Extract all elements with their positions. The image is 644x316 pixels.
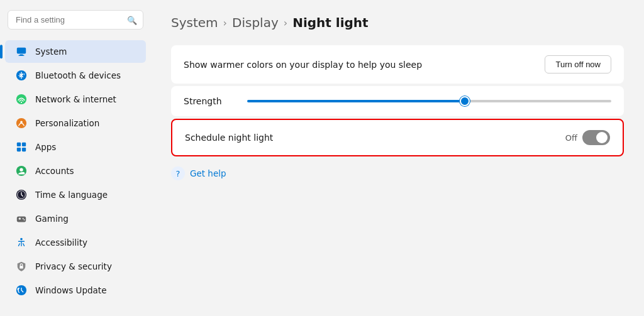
update-icon — [15, 284, 28, 297]
sidebar-label-system: System — [35, 46, 67, 57]
toggle-thumb — [596, 132, 608, 143]
svg-point-22 — [20, 238, 23, 241]
breadcrumb-sep-2: › — [284, 17, 287, 29]
svg-point-18 — [23, 218, 24, 219]
sidebar-label-personalization: Personalization — [35, 118, 99, 128]
get-help-label: Get help — [190, 168, 226, 178]
svg-point-8 — [20, 121, 23, 123]
breadcrumb: System › Display › Night light — [171, 15, 624, 30]
system-icon — [15, 45, 28, 58]
toggle-wrap: Off — [565, 130, 610, 145]
sidebar-item-update[interactable]: Windows Update — [5, 279, 146, 302]
search-icon: 🔍 — [127, 15, 137, 25]
sidebar-label-accessibility: Accessibility — [35, 237, 87, 248]
schedule-card: Schedule night light Off — [171, 119, 624, 156]
toggle-state-label: Off — [565, 133, 577, 143]
search-input[interactable] — [8, 10, 143, 30]
sidebar-item-time[interactable]: Time & language — [5, 183, 146, 206]
turn-off-button[interactable]: Turn off now — [545, 55, 611, 74]
gaming-icon — [15, 212, 28, 225]
sidebar-item-accounts[interactable]: Accounts — [5, 160, 146, 182]
breadcrumb-display[interactable]: Display — [232, 15, 279, 30]
svg-rect-0 — [17, 48, 26, 54]
svg-rect-10 — [22, 143, 26, 146]
sidebar-item-bluetooth[interactable]: +" Bluetooth & devices — [5, 64, 146, 87]
sidebar-item-gaming[interactable]: Gaming — [5, 207, 146, 230]
svg-rect-11 — [17, 148, 21, 151]
personalization-icon — [15, 117, 28, 129]
get-help-link[interactable]: ? Get help — [171, 166, 624, 180]
sidebar-label-gaming: Gaming — [35, 214, 69, 224]
description-card: Show warmer colors on your display to he… — [171, 45, 624, 84]
svg-point-14 — [19, 168, 23, 172]
svg-rect-12 — [22, 148, 26, 151]
sidebar-label-bluetooth: Bluetooth & devices — [35, 70, 121, 80]
sidebar-item-system[interactable]: System — [5, 40, 146, 63]
strength-label: Strength — [184, 96, 222, 106]
sidebar-item-accessibility[interactable]: Accessibility — [5, 231, 146, 254]
sidebar-label-apps: Apps — [35, 142, 56, 152]
schedule-toggle[interactable] — [582, 130, 610, 145]
sidebar-item-network[interactable]: Network & internet — [5, 88, 146, 111]
svg-rect-17 — [17, 216, 26, 222]
sidebar-label-privacy: Privacy & security — [35, 261, 112, 271]
svg-rect-2 — [19, 55, 25, 56]
sidebar-label-network: Network & internet — [35, 94, 116, 104]
breadcrumb-sep-1: › — [223, 17, 227, 29]
search-container: 🔍 — [8, 10, 143, 30]
time-icon — [15, 188, 28, 201]
sidebar: 🔍 System +" Bluetooth & devices — [0, 0, 151, 316]
accessibility-icon — [15, 236, 28, 249]
description-text: Show warmer colors on your display to he… — [184, 60, 422, 70]
strength-slider-wrap — [247, 100, 611, 102]
sidebar-label-accounts: Accounts — [35, 166, 74, 176]
svg-rect-9 — [17, 143, 21, 146]
strength-card: Strength — [171, 86, 624, 116]
accounts-icon — [15, 165, 28, 177]
bluetooth-icon: +" — [15, 69, 28, 82]
toggle-track — [582, 130, 610, 145]
svg-rect-23 — [19, 266, 23, 269]
svg-point-6 — [21, 102, 22, 103]
sidebar-item-privacy[interactable]: Privacy & security — [5, 255, 146, 278]
help-icon: ? — [171, 166, 185, 180]
schedule-label: Schedule night light — [185, 133, 273, 143]
sidebar-label-time: Time & language — [35, 190, 108, 200]
svg-point-19 — [24, 219, 25, 221]
sidebar-item-apps[interactable]: Apps — [5, 136, 146, 158]
strength-slider[interactable] — [247, 100, 611, 102]
breadcrumb-system[interactable]: System — [171, 15, 218, 30]
apps-icon — [15, 141, 28, 153]
privacy-icon — [15, 260, 28, 273]
sidebar-item-personalization[interactable]: Personalization — [5, 112, 146, 134]
network-icon — [15, 93, 28, 106]
svg-rect-21 — [19, 217, 20, 220]
breadcrumb-current: Night light — [292, 15, 369, 30]
sidebar-label-update: Windows Update — [35, 285, 106, 295]
main-content: System › Display › Night light Show warm… — [151, 0, 644, 316]
